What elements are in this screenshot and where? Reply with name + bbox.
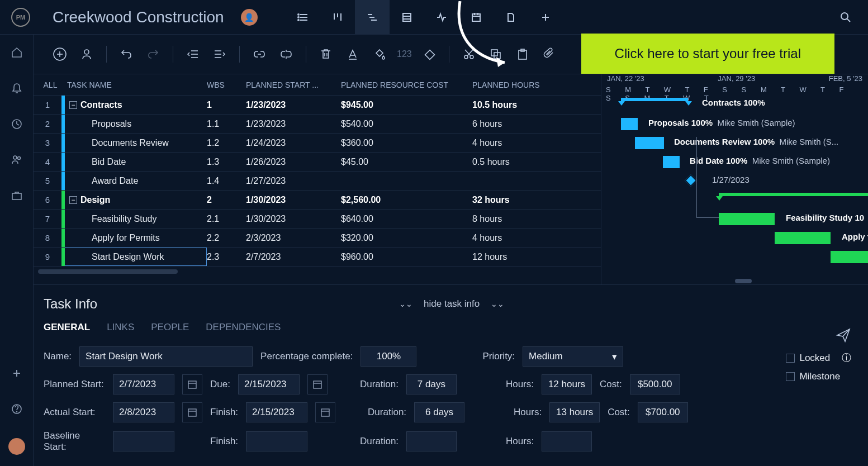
collapse-icon[interactable]: − <box>69 101 77 109</box>
svg-point-3 <box>298 14 299 15</box>
percent-field[interactable] <box>361 346 416 367</box>
table-row[interactable]: 2Proposals1.11/23/2023$540.006 hours <box>34 115 601 134</box>
h-scrollbar[interactable] <box>34 267 601 277</box>
tab-links[interactable]: LINKS <box>107 322 134 333</box>
redo-icon[interactable] <box>144 45 163 64</box>
cost-a-field[interactable] <box>638 402 688 422</box>
activity-view-icon[interactable] <box>424 0 459 35</box>
copy-icon[interactable] <box>486 45 505 64</box>
gantt-row[interactable] <box>601 191 868 210</box>
user-avatar[interactable] <box>8 438 25 455</box>
actual-start-field[interactable] <box>113 402 174 422</box>
undo-icon[interactable] <box>117 45 136 64</box>
baseline-hours-field[interactable] <box>542 431 592 451</box>
table-row[interactable]: 4Bid Date1.31/26/2023$45.000.5 hours <box>34 153 601 172</box>
baseline-finish-field[interactable] <box>246 431 307 451</box>
file-view-icon[interactable] <box>494 0 528 35</box>
gantt-h-scroll[interactable] <box>735 279 752 283</box>
hours-a-field[interactable] <box>549 402 600 422</box>
gantt-row[interactable]: Bid Date 100% Mike Smith (Sample) <box>601 153 868 172</box>
gantt-row[interactable]: Feasibility Study 10 <box>601 210 868 229</box>
hours-p-field[interactable] <box>542 374 592 394</box>
milestone-checkbox[interactable]: Milestone <box>786 371 851 382</box>
notifications-icon[interactable] <box>10 82 23 95</box>
tab-people[interactable]: PEOPLE <box>151 322 189 333</box>
help-icon[interactable] <box>10 402 23 416</box>
planned-start-field[interactable] <box>113 374 174 394</box>
table-row[interactable]: 8Apply for Permits2.22/3/2023$320.004 ho… <box>34 229 601 248</box>
attachment-icon[interactable] <box>540 45 559 64</box>
col-start[interactable]: PLANNED START ... <box>246 80 341 89</box>
milestone-shape-icon[interactable] <box>420 45 439 64</box>
gantt-view-icon[interactable] <box>355 0 390 35</box>
indent-icon[interactable] <box>210 45 229 64</box>
gantt-row[interactable]: 1/27/2023 <box>601 172 868 191</box>
add-view-icon[interactable] <box>528 0 563 35</box>
col-wbs[interactable]: WBS <box>207 80 246 89</box>
gantt-row[interactable]: Apply f <box>601 229 868 248</box>
toolbar-number-text[interactable]: 123 <box>397 49 412 59</box>
table-row[interactable]: 1−Contracts11/23/2023$945.0010.5 hours <box>34 96 601 115</box>
link-icon[interactable] <box>250 45 269 64</box>
baseline-start-field[interactable] <box>113 431 174 451</box>
table-row[interactable]: 3Documents Review1.21/24/2023$360.004 ho… <box>34 134 601 153</box>
hide-task-info-button[interactable]: ⌄⌄ hide task info ⌄⌄ <box>399 298 504 310</box>
home-icon[interactable] <box>10 46 23 59</box>
finish-field[interactable] <box>246 402 307 422</box>
gantt-row[interactable] <box>601 248 868 267</box>
locked-checkbox[interactable]: Locked ⓘ <box>786 351 851 364</box>
paste-icon[interactable] <box>513 45 532 64</box>
duration-a-field[interactable] <box>414 402 464 422</box>
priority-select[interactable]: Medium▾ <box>523 346 623 367</box>
calendar-icon[interactable] <box>307 374 328 394</box>
add-icon[interactable] <box>10 367 23 380</box>
delete-icon[interactable] <box>316 45 335 64</box>
gantt-week-label: JAN, 22 '23 <box>607 74 644 85</box>
name-field[interactable] <box>79 346 253 367</box>
add-task-icon[interactable] <box>50 45 69 64</box>
col-all[interactable]: ALL <box>34 80 61 89</box>
table-row[interactable]: 6−Design21/30/2023$2,560.0032 hours <box>34 191 601 210</box>
fill-icon[interactable] <box>370 45 389 64</box>
briefcase-icon[interactable] <box>10 189 23 202</box>
table-row[interactable]: 9Start Design Work2.32/7/2023$960.0012 h… <box>34 248 601 267</box>
baseline-duration-field[interactable] <box>406 431 457 451</box>
outdent-icon[interactable] <box>183 45 202 64</box>
unlink-icon[interactable] <box>277 45 296 64</box>
calendar-icon[interactable] <box>315 402 335 422</box>
table-row[interactable]: 7Feasibility Study2.11/30/2023$640.008 h… <box>34 210 601 229</box>
table-row[interactable]: 5Award Date1.41/27/2023 <box>34 172 601 191</box>
sheet-view-icon[interactable] <box>390 0 424 35</box>
gantt-chart[interactable]: JAN, 22 '23 JAN, 29 '23 FEB, 5 '23 S M T… <box>601 74 868 284</box>
search-icon[interactable] <box>834 6 857 28</box>
time-icon[interactable] <box>10 117 23 131</box>
list-view-icon[interactable] <box>286 0 320 35</box>
cut-icon[interactable] <box>459 45 478 64</box>
due-field[interactable] <box>238 374 300 394</box>
assign-icon[interactable] <box>77 45 96 64</box>
app-logo[interactable]: PM <box>11 8 30 27</box>
board-view-icon[interactable] <box>320 0 355 35</box>
gantt-week-label: JAN, 29 '23 <box>718 74 755 85</box>
text-icon[interactable] <box>343 45 362 64</box>
gantt-row[interactable]: Documents Review 100% Mike Smith (S... <box>601 134 868 153</box>
calendar-view-icon[interactable] <box>459 0 494 35</box>
calendar-icon[interactable] <box>182 402 202 422</box>
send-icon[interactable] <box>836 327 851 343</box>
col-name[interactable]: TASK NAME <box>61 80 207 89</box>
calendar-icon[interactable] <box>182 374 202 394</box>
duration-p-field[interactable] <box>406 374 457 394</box>
col-hours[interactable]: PLANNED HOURS <box>472 80 562 89</box>
col-cost[interactable]: PLANNED RESOURCE COST <box>341 80 472 89</box>
free-trial-cta[interactable]: Click here to start your free trial <box>581 34 834 74</box>
collapse-icon[interactable]: − <box>69 196 77 204</box>
cost-p-field[interactable] <box>630 374 680 394</box>
gantt-row[interactable]: Contracts 100% <box>601 96 868 115</box>
label-due: Due: <box>210 379 230 390</box>
project-avatar[interactable]: 👤 <box>241 9 258 26</box>
tab-general[interactable]: GENERAL <box>44 322 90 333</box>
people-icon[interactable] <box>10 153 23 167</box>
gantt-row[interactable]: Proposals 100% Mike Smith (Sample) <box>601 115 868 134</box>
tab-dependencies[interactable]: DEPENDENCIES <box>206 322 281 333</box>
svg-rect-29 <box>12 193 21 199</box>
